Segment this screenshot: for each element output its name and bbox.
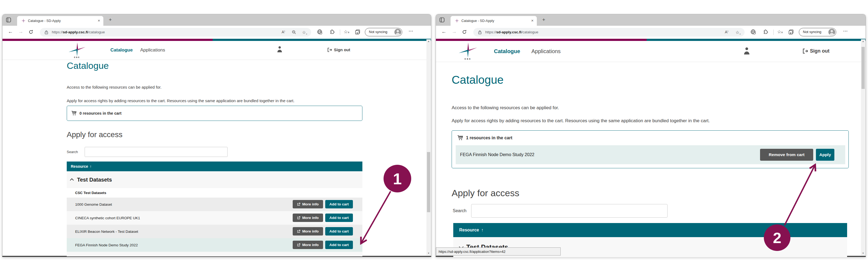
profile-button[interactable]: Not syncing: [799, 28, 836, 36]
intro-text-2: Apply for access rights by adding resour…: [452, 118, 710, 124]
brand-border-maroon: [436, 39, 647, 41]
extensions-icon[interactable]: [330, 29, 335, 36]
browser-tab[interactable]: Catalogue - SD-Apply ×: [451, 16, 537, 26]
add-to-cart-button[interactable]: Add to cart: [325, 227, 353, 236]
url-host: sd-apply.csc.fi: [63, 30, 88, 34]
intro-text-1: Access to the following resources can be…: [452, 105, 559, 110]
zoom-out-icon[interactable]: [292, 30, 296, 35]
table-header-resource[interactable]: Resource ↑: [67, 162, 362, 171]
external-link-icon: [297, 243, 300, 247]
lock-icon: [44, 30, 48, 35]
profile-label: Not syncing: [803, 30, 822, 34]
nav-applications[interactable]: Applications: [140, 47, 165, 53]
settings-menu-icon[interactable]: ···: [843, 29, 848, 33]
new-tab-icon[interactable]: +: [109, 17, 112, 23]
more-info-button[interactable]: More info: [293, 200, 323, 208]
url-text: https://sd-apply.csc.fi/catalogue: [52, 30, 105, 34]
nav-applications[interactable]: Applications: [531, 48, 561, 55]
add-favorite-icon[interactable]: ☆+: [735, 30, 741, 35]
nav-catalogue[interactable]: Catalogue: [111, 47, 133, 53]
more-info-button[interactable]: More info: [293, 213, 323, 222]
url-path: /catalogue: [521, 30, 538, 34]
profile-label: Not syncing: [369, 30, 388, 34]
tab-favicon: [22, 19, 26, 24]
back-icon[interactable]: ←: [8, 29, 13, 34]
more-info-label: More info: [302, 229, 319, 233]
favorites-icon[interactable]: ☆≡: [344, 29, 349, 35]
address-bar[interactable]: https://sd-apply.csc.fi/catalogue A⁾ ☆+: [40, 28, 311, 37]
table-row-partial: [67, 252, 362, 257]
add-to-cart-label: Add to cart: [329, 243, 348, 247]
group-row-test-datasets[interactable]: Test Datasets: [67, 171, 362, 188]
status-link-tooltip: https://sd-apply.csc.fi/application?item…: [436, 247, 561, 256]
add-favorite-icon[interactable]: ☆+: [302, 30, 307, 35]
sign-out-button[interactable]: Sign out: [328, 47, 350, 52]
tab-title: Catalogue - SD-Apply: [461, 19, 494, 23]
more-info-label: More info: [302, 202, 319, 206]
add-to-cart-button[interactable]: Add to cart: [325, 213, 353, 222]
more-info-button[interactable]: More info: [293, 241, 323, 249]
vertical-scrollbar[interactable]: ▲ ▼: [861, 39, 865, 255]
profile-button[interactable]: Not syncing: [365, 28, 402, 36]
more-info-label: More info: [302, 216, 319, 220]
table-row: 1000 Genome Dataset More info Add to car…: [67, 198, 362, 211]
url-text: https://sd-apply.csc.fi/catalogue: [485, 30, 538, 34]
new-tab-icon[interactable]: +: [542, 17, 545, 23]
scroll-down-icon[interactable]: ▼: [861, 252, 865, 255]
add-to-cart-button[interactable]: Add to cart: [325, 241, 353, 249]
favorites-icon[interactable]: ☆≡: [777, 29, 783, 35]
refresh-icon[interactable]: [462, 30, 467, 35]
cart-item-name: FEGA Finnish Node Demo Study 2022: [460, 152, 534, 157]
tab-title: Catalogue - SD-Apply: [28, 19, 61, 23]
scrollbar-thumb[interactable]: [862, 47, 865, 89]
tab-close-icon[interactable]: ×: [98, 18, 100, 23]
url-scheme: https://: [485, 30, 496, 34]
remove-from-cart-button[interactable]: Remove from cart: [760, 149, 813, 161]
browser-essentials-icon[interactable]: [317, 29, 322, 35]
table-row: ELIXIR Beacon Network - Test Dataset Mor…: [67, 225, 362, 238]
tab-close-icon[interactable]: ×: [531, 18, 533, 23]
collections-icon[interactable]: [788, 29, 794, 36]
cart-summary-label: 1 resources in the cart: [466, 135, 513, 140]
back-icon[interactable]: ←: [441, 29, 446, 34]
scroll-up-icon[interactable]: ▲: [426, 40, 431, 42]
cart-icon: [457, 135, 463, 141]
sign-out-label: Sign out: [334, 47, 350, 52]
toolbar: ← → https://sd-apply.csc.fi/catalogue A⁾…: [436, 26, 866, 39]
user-icon[interactable]: [744, 47, 750, 56]
address-bar[interactable]: https://sd-apply.csc.fi/catalogue A⁾ ☆+: [473, 28, 745, 37]
scroll-down-icon[interactable]: ▼: [426, 252, 431, 255]
collections-icon[interactable]: [355, 29, 361, 36]
external-link-icon: [297, 216, 300, 219]
refresh-icon[interactable]: [29, 30, 33, 35]
resource-name: CINECA synthetic cohort EUROPE UK1: [67, 216, 140, 220]
extensions-icon[interactable]: [763, 29, 768, 36]
tab-actions-icon[interactable]: [439, 18, 444, 24]
scrollbar-thumb[interactable]: [427, 152, 430, 212]
list-glyph: ≡: [348, 31, 349, 34]
nav-catalogue[interactable]: Catalogue: [494, 48, 520, 55]
cart-summary: 0 resources in the cart: [71, 110, 122, 116]
group-label: Test Datasets: [77, 177, 112, 183]
site-header: csc Catalogue Applications Sign out: [2, 41, 431, 60]
read-aloud-icon[interactable]: A⁾: [282, 30, 285, 34]
search-input[interactable]: [471, 204, 668, 217]
vertical-scrollbar[interactable]: ▲ ▼: [426, 39, 431, 255]
tab-favicon: [455, 19, 459, 24]
screenshot-canvas: Catalogue - SD-Apply × + ← → https://sd-…: [0, 0, 868, 271]
read-aloud-icon[interactable]: A⁾: [725, 30, 728, 34]
tab-actions-icon[interactable]: [6, 18, 11, 24]
search-input[interactable]: [85, 147, 227, 157]
browser-essentials-icon[interactable]: [750, 29, 756, 35]
brand-border-teal: [647, 39, 866, 41]
user-icon[interactable]: [277, 46, 282, 54]
more-info-button[interactable]: More info: [293, 227, 323, 236]
settings-menu-icon[interactable]: ···: [409, 29, 413, 33]
scroll-up-icon[interactable]: ▲: [861, 40, 865, 42]
sign-out-button[interactable]: Sign out: [803, 48, 830, 54]
add-to-cart-button[interactable]: Add to cart: [325, 200, 353, 208]
brand-border-teal: [213, 39, 431, 41]
csc-logo: csc: [69, 42, 86, 60]
browser-tab[interactable]: Catalogue - SD-Apply ×: [17, 16, 103, 26]
apply-button[interactable]: Apply: [816, 149, 834, 161]
